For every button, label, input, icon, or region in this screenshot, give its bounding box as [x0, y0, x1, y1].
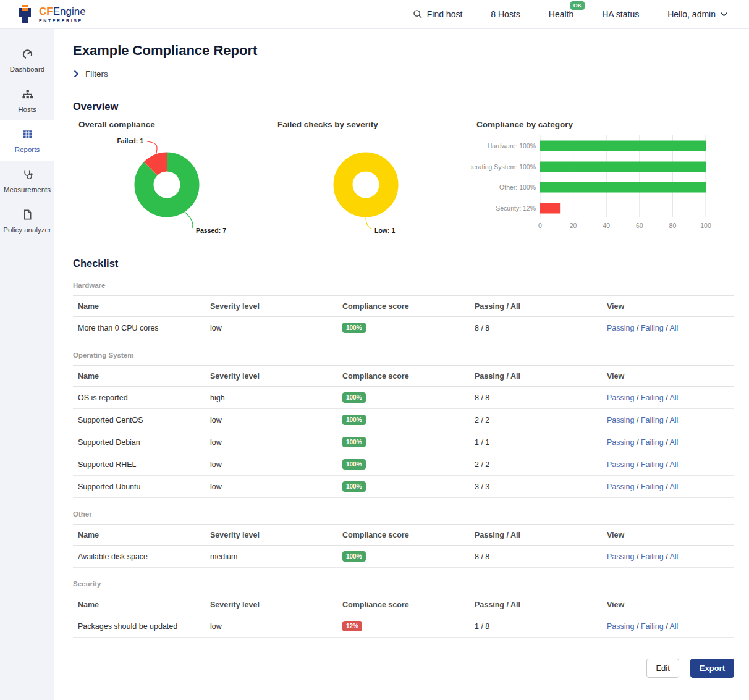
severity-level: medium	[205, 546, 337, 568]
bar-0	[540, 141, 706, 151]
sidebar-item-dashboard[interactable]: Dashboard	[0, 40, 54, 80]
checklist-table: NameSeverity levelCompliance scorePassin…	[73, 365, 734, 498]
logo-enterprise-text: ENTERPRISE	[39, 19, 86, 23]
view-link-separator: /	[634, 394, 640, 402]
check-name: Available disk space	[73, 546, 205, 568]
view-links: Passing / Failing / All	[602, 317, 734, 339]
passing-all: 8 / 8	[470, 546, 602, 568]
sidebar-nav: DashboardHostsReportsMeasurementsPolicy …	[0, 29, 54, 700]
sidebar-item-label: Policy analyzer	[3, 226, 51, 234]
view-passing-link[interactable]: Passing	[607, 324, 634, 332]
column-header: Severity level	[205, 366, 337, 387]
column-header: Compliance score	[337, 594, 470, 615]
view-failing-link[interactable]: Failing	[641, 324, 664, 332]
compliance-score-badge: 100%	[342, 551, 366, 562]
chevron-down-icon	[720, 12, 728, 17]
check-name: Supported CentOS	[73, 409, 205, 431]
x-tick-label: 40	[603, 222, 610, 229]
sidebar-item-reports[interactable]: Reports	[0, 120, 54, 161]
footer-actions: Edit Export	[73, 659, 734, 688]
column-header: Compliance score	[337, 525, 470, 546]
check-name: Packages should be updated	[73, 615, 205, 638]
checklist-group-hardware: HardwareNameSeverity levelCompliance sco…	[73, 282, 734, 339]
sitemap-icon	[22, 88, 33, 100]
export-button[interactable]: Export	[690, 659, 734, 678]
bar-category-label: Operating System: 100%	[471, 163, 536, 171]
filters-toggle[interactable]: Filters	[73, 69, 108, 78]
view-all-link[interactable]: All	[669, 483, 678, 491]
column-header: Name	[73, 594, 205, 615]
column-header: View	[602, 525, 734, 546]
hosts-count-link[interactable]: 8 Hosts	[491, 9, 520, 19]
view-failing-link[interactable]: Failing	[641, 622, 664, 631]
main-content: Example Compliance Report Filters Overvi…	[54, 29, 749, 700]
view-links: Passing / Failing / All	[602, 546, 734, 568]
table-row: Supported Debianlow100%1 / 1Passing / Fa…	[73, 431, 734, 453]
view-passing-link[interactable]: Passing	[607, 416, 634, 424]
compliance-by-category-chart: Compliance by category 020406080100Hardw…	[471, 120, 734, 242]
view-passing-link[interactable]: Passing	[607, 438, 634, 447]
table-row: Available disk spacemedium100%8 / 8Passi…	[73, 546, 734, 568]
view-all-link[interactable]: All	[669, 394, 678, 402]
view-all-link[interactable]: All	[669, 622, 678, 631]
health-link[interactable]: Health OK	[549, 9, 573, 19]
view-link-separator: /	[664, 416, 670, 424]
view-all-link[interactable]: All	[669, 438, 678, 447]
overall-compliance-title: Overall compliance	[78, 120, 272, 129]
view-link-separator: /	[634, 324, 640, 332]
view-failing-link[interactable]: Failing	[641, 394, 664, 402]
view-passing-link[interactable]: Passing	[607, 552, 634, 561]
sidebar-item-policy-analyzer[interactable]: Policy analyzer	[0, 201, 54, 241]
checklist-group-other: OtherNameSeverity levelCompliance scoreP…	[73, 510, 734, 568]
view-link-separator: /	[634, 552, 640, 561]
column-header: Name	[73, 525, 205, 546]
view-failing-link[interactable]: Failing	[641, 483, 664, 491]
view-failing-link[interactable]: Failing	[641, 460, 664, 469]
view-all-link[interactable]: All	[669, 460, 678, 469]
view-failing-link[interactable]: Failing	[641, 438, 664, 447]
view-passing-link[interactable]: Passing	[607, 622, 634, 631]
group-label: Other	[73, 510, 734, 518]
bar-category-label: Other: 100%	[499, 183, 536, 191]
user-menu[interactable]: Hello, admin	[667, 9, 728, 19]
column-header: Passing / All	[470, 594, 602, 615]
ha-status-link[interactable]: HA status	[602, 9, 639, 19]
view-links: Passing / Failing / All	[602, 431, 734, 453]
checklist-table: NameSeverity levelCompliance scorePassin…	[73, 524, 734, 568]
column-header: Severity level	[205, 525, 337, 546]
view-link-separator: /	[664, 460, 670, 469]
checklist-heading: Checklist	[73, 258, 734, 269]
checklist-table: NameSeverity levelCompliance scorePassin…	[73, 295, 734, 339]
table-row: Supported RHELlow100%2 / 2Passing / Fail…	[73, 453, 734, 476]
sidebar-item-measurements[interactable]: Measurements	[0, 161, 54, 201]
passing-all: 1 / 8	[470, 615, 602, 638]
view-passing-link[interactable]: Passing	[607, 483, 634, 491]
view-all-link[interactable]: All	[669, 552, 678, 561]
sidebar-item-label: Dashboard	[10, 65, 44, 73]
bar-3	[540, 203, 560, 214]
gauge-icon	[22, 48, 33, 60]
column-header: Passing / All	[470, 366, 602, 387]
edit-button[interactable]: Edit	[646, 659, 679, 678]
view-passing-link[interactable]: Passing	[607, 460, 634, 469]
view-passing-link[interactable]: Passing	[607, 394, 634, 402]
view-all-link[interactable]: All	[669, 416, 678, 424]
view-link-separator: /	[664, 552, 670, 561]
find-host-search[interactable]: Find host	[413, 9, 463, 19]
column-header: Severity level	[205, 594, 337, 615]
view-all-link[interactable]: All	[669, 324, 678, 332]
sidebar-item-hosts[interactable]: Hosts	[0, 80, 54, 120]
view-links: Passing / Failing / All	[602, 615, 734, 638]
failed-by-severity-chart: Failed checks by severity Low: 1	[272, 120, 471, 242]
top-header: CFEngine ENTERPRISE Find host 8 Hosts He…	[0, 0, 749, 29]
overall-compliance-chart: Overall compliance Failed: 1 Passed: 7	[73, 120, 272, 242]
table-row: OS is reportedhigh100%8 / 8Passing / Fai…	[73, 387, 734, 409]
find-host-label: Find host	[427, 9, 463, 19]
view-failing-link[interactable]: Failing	[641, 552, 664, 561]
compliance-score-badge: 100%	[342, 459, 366, 470]
view-links: Passing / Failing / All	[602, 409, 734, 431]
compliance-by-category-bars: 020406080100Hardware: 100%Operating Syst…	[471, 129, 713, 239]
chevron-right-icon	[73, 70, 80, 78]
table-row: Packages should be updatedlow12%1 / 8Pas…	[73, 615, 734, 638]
view-failing-link[interactable]: Failing	[641, 416, 664, 424]
